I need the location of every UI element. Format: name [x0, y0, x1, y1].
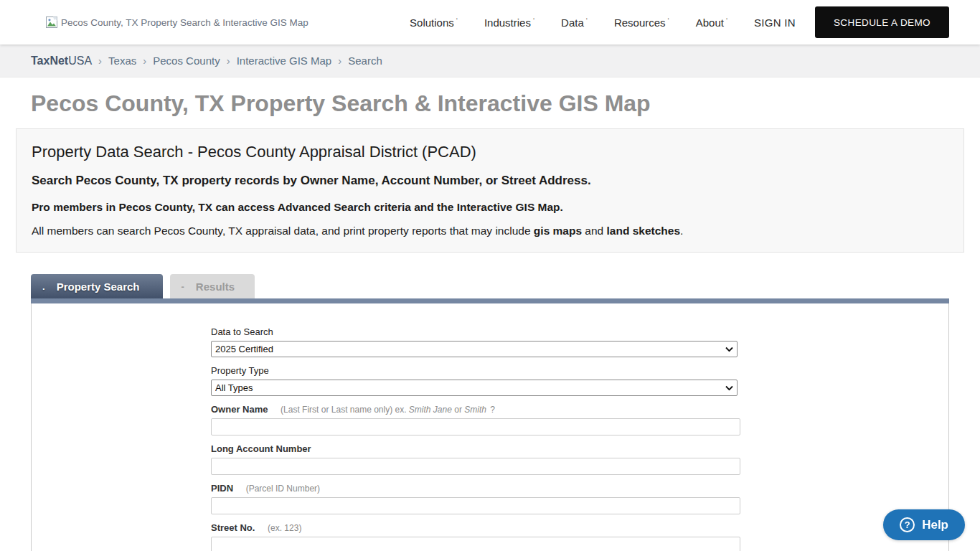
- tab-accent-bar: [31, 298, 949, 303]
- long-account-number-field: Long Account Number: [211, 443, 948, 475]
- pidn-field: PIDN (Parcel ID Number): [211, 483, 948, 514]
- dropdown-caret-icon: ': [456, 17, 458, 25]
- pidn-input[interactable]: [211, 497, 740, 514]
- dropdown-caret-icon: ': [668, 17, 669, 25]
- sign-in-link[interactable]: SIGN IN: [754, 17, 796, 29]
- header-nav: Solutions' Industries' Data' Resources' …: [383, 6, 949, 38]
- breadcrumb-search: Search: [348, 55, 382, 67]
- dropdown-caret-icon: ': [586, 17, 588, 25]
- site-header: Pecos County, TX Property Search & Inter…: [0, 0, 980, 44]
- breadcrumb-separator: ›: [143, 55, 146, 67]
- owner-name-label: Owner Name: [211, 404, 268, 415]
- breadcrumb-texas[interactable]: Texas: [108, 55, 136, 67]
- breadcrumb: TaxNetUSA › Texas › Pecos County › Inter…: [0, 44, 980, 77]
- intro-heading: Property Data Search - Pecos County Appr…: [32, 143, 948, 161]
- street-no-input[interactable]: [211, 537, 740, 551]
- breadcrumb-separator: ›: [227, 55, 230, 67]
- data-to-search-field: Data to Search 2025 Certified: [211, 326, 948, 357]
- street-no-hint: (ex. 123): [268, 523, 301, 533]
- owner-name-field: Owner Name (Last First or Last name only…: [211, 404, 948, 435]
- breadcrumb-pecos-county[interactable]: Pecos County: [153, 55, 220, 67]
- data-to-search-label: Data to Search: [211, 326, 273, 337]
- nav-item-solutions[interactable]: Solutions': [410, 17, 458, 29]
- long-account-number-input[interactable]: [211, 458, 740, 475]
- owner-name-input[interactable]: [211, 418, 740, 435]
- street-no-field: Street No. (ex. 123): [211, 522, 948, 551]
- property-type-field: Property Type All Types: [211, 365, 948, 396]
- intro-members-line: All members can search Pecos County, TX …: [32, 225, 948, 237]
- breadcrumb-separator: ›: [338, 55, 341, 67]
- help-button[interactable]: ? Help: [883, 509, 965, 540]
- dropdown-caret-icon: ': [726, 17, 727, 25]
- long-account-number-label: Long Account Number: [211, 443, 311, 454]
- intro-pro-line: Pro members in Pecos County, TX can acce…: [32, 201, 948, 214]
- logo-alt-text: Pecos County, TX Property Search & Inter…: [61, 17, 308, 28]
- breadcrumb-interactive-gis-map[interactable]: Interactive GIS Map: [237, 55, 332, 67]
- intro-box: Property Data Search - Pecos County Appr…: [16, 128, 964, 253]
- dropdown-caret-icon: ': [533, 17, 534, 25]
- tabs: . Property Search - Results: [31, 274, 949, 298]
- data-to-search-select[interactable]: 2025 Certified: [211, 341, 738, 357]
- intro-search-line: Search Pecos County, TX property records…: [32, 174, 948, 188]
- tab-property-search[interactable]: . Property Search: [31, 274, 163, 298]
- taxnetusa-brand-link[interactable]: TaxNetUSA: [31, 55, 92, 67]
- schedule-demo-button[interactable]: SCHEDULE A DEMO: [815, 6, 949, 38]
- property-type-select[interactable]: All Types: [211, 380, 738, 396]
- property-type-label: Property Type: [211, 365, 269, 376]
- pidn-label: PIDN: [211, 483, 233, 494]
- nav-item-resources[interactable]: Resources': [614, 17, 669, 29]
- tab-results[interactable]: - Results: [170, 274, 255, 298]
- page-title: Pecos County, TX Property Search & Inter…: [31, 90, 949, 117]
- owner-name-hint: (Last First or Last name only) ex. Smith…: [281, 405, 495, 415]
- street-no-label: Street No.: [211, 522, 255, 533]
- question-circle-icon: ?: [900, 517, 915, 532]
- nav-item-industries[interactable]: Industries': [484, 17, 534, 29]
- broken-image-icon: [46, 17, 57, 28]
- owner-name-help-link[interactable]: ?: [490, 405, 495, 415]
- pidn-hint: (Parcel ID Number): [246, 484, 320, 494]
- breadcrumb-separator: ›: [98, 55, 102, 67]
- tab-property-search-icon: .: [42, 281, 45, 292]
- property-search-panel: Data to Search 2025 Certified Property T…: [31, 303, 949, 551]
- site-logo[interactable]: Pecos County, TX Property Search & Inter…: [46, 17, 308, 28]
- nav-item-about[interactable]: About': [696, 17, 727, 29]
- tab-results-icon: -: [182, 281, 184, 292]
- nav-item-data[interactable]: Data': [561, 17, 588, 29]
